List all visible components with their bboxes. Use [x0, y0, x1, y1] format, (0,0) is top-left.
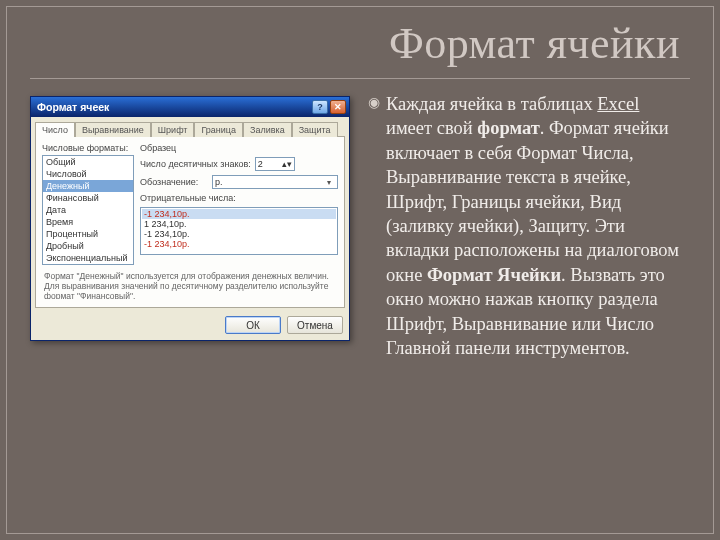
formats-label: Числовые форматы: — [42, 143, 134, 153]
list-item[interactable]: Дата — [43, 204, 133, 216]
format-cells-dialog: Формат ячеек ? ✕ Число Выравнивание Шриф… — [30, 96, 350, 341]
dialog-body: Числовые форматы: Общий Числовой Денежны… — [35, 136, 345, 308]
number-formats-list[interactable]: Общий Числовой Денежный Финансовый Дата … — [42, 155, 134, 265]
list-item[interactable]: Экспоненциальный — [43, 252, 133, 264]
currency-combo[interactable]: р. ▾ — [212, 175, 338, 189]
negatives-label: Отрицательные числа: — [140, 193, 338, 203]
currency-value: р. — [215, 177, 223, 187]
tab-border[interactable]: Граница — [194, 122, 243, 137]
decimals-input[interactable]: 2 ▴▾ — [255, 157, 295, 171]
list-item[interactable]: 1 234,10р. — [142, 219, 336, 229]
cancel-button[interactable]: Отмена — [287, 316, 343, 334]
list-item[interactable]: Числовой — [43, 168, 133, 180]
spinner-icon: ▴▾ — [282, 159, 292, 169]
list-item[interactable]: Общий — [43, 156, 133, 168]
content-row: Формат ячеек ? ✕ Число Выравнивание Шриф… — [30, 92, 690, 520]
chevron-down-icon: ▾ — [323, 178, 335, 187]
tab-font[interactable]: Шрифт — [151, 122, 195, 137]
close-icon: ✕ — [334, 103, 342, 112]
dialog-actions: ОК Отмена — [31, 312, 349, 340]
list-item[interactable]: Текстовый — [43, 264, 133, 265]
list-item[interactable]: Дробный — [43, 240, 133, 252]
slide-title: Формат ячейки — [389, 18, 680, 69]
negatives-list[interactable]: -1 234,10р. 1 234,10р. -1 234,10р. -1 23… — [140, 207, 338, 255]
decimals-label: Число десятичных знаков: — [140, 159, 251, 169]
tab-alignment[interactable]: Выравнивание — [75, 122, 151, 137]
list-item[interactable]: -1 234,10р. — [142, 239, 336, 249]
list-item[interactable]: Денежный — [43, 180, 133, 192]
bullet-icon: ◉ — [368, 92, 386, 360]
dialog-titlebar: Формат ячеек ? ✕ — [31, 97, 349, 117]
help-icon: ? — [317, 103, 323, 112]
list-item[interactable]: -1 234,10р. — [142, 209, 336, 219]
sample-label: Образец — [140, 143, 208, 153]
ok-button[interactable]: ОК — [225, 316, 281, 334]
list-item[interactable]: Финансовый — [43, 192, 133, 204]
list-item[interactable]: Время — [43, 216, 133, 228]
tab-number[interactable]: Число — [35, 122, 75, 137]
list-item[interactable]: -1 234,10р. — [142, 229, 336, 239]
format-description: Формат "Денежный" используется для отобр… — [44, 271, 336, 299]
text-column: ◉ Каждая ячейка в таблицах Excel имеет с… — [368, 92, 690, 520]
currency-label: Обозначение: — [140, 177, 208, 187]
tab-fill[interactable]: Заливка — [243, 122, 292, 137]
dialog-tabs: Число Выравнивание Шрифт Граница Заливка… — [31, 117, 349, 136]
tab-protect[interactable]: Защита — [292, 122, 338, 137]
close-button[interactable]: ✕ — [330, 100, 346, 114]
list-item[interactable]: Процентный — [43, 228, 133, 240]
title-divider — [30, 78, 690, 79]
dialog-column: Формат ячеек ? ✕ Число Выравнивание Шриф… — [30, 92, 350, 520]
decimals-value: 2 — [258, 159, 263, 169]
help-button[interactable]: ? — [312, 100, 328, 114]
body-paragraph: Каждая ячейка в таблицах Excel имеет сво… — [386, 92, 690, 360]
dialog-title: Формат ячеек — [37, 101, 109, 113]
